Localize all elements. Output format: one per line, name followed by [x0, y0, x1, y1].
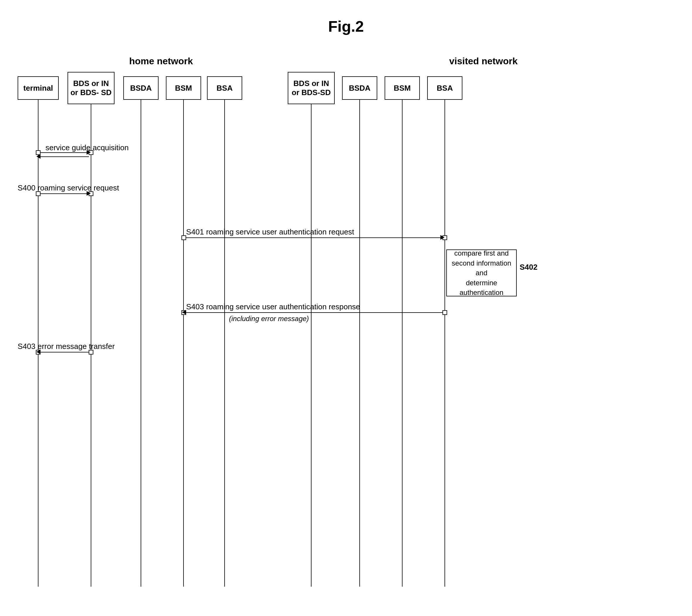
entity-bsa-visited: BSA: [427, 76, 462, 100]
page-title: Fig.2: [0, 0, 692, 41]
entity-bsa-home: BSA: [207, 76, 242, 100]
s400-arrow: [41, 193, 89, 194]
s401-label: S401 roaming service user authentication…: [186, 227, 354, 237]
svc-guide-arrow-right: [41, 152, 89, 153]
lifeline-bsm-visited: [402, 100, 403, 587]
s403-response-arrowhead: [182, 310, 186, 315]
s401-arrow: [186, 237, 443, 238]
visited-network-label: visited network: [449, 56, 518, 67]
lifeline-bsa-home: [224, 100, 225, 587]
entity-bsda-home: BSDA: [123, 76, 158, 100]
lifeline-bsda-visited: [359, 100, 360, 587]
entity-bsm-visited: BSM: [385, 76, 420, 100]
s403-transfer-label: S403 error message transfer: [18, 342, 115, 351]
svc-guide-arrowhead-left: [37, 154, 41, 159]
lifeline-bsm-home: [183, 100, 184, 587]
s402-process-box: compare first and second information and…: [446, 249, 517, 296]
svc-guide-label: service guide acquisition: [45, 143, 129, 152]
s403-transfer-arrow: [41, 352, 89, 352]
entity-bds-home: BDS or IN or BDS- SD: [67, 72, 114, 104]
home-network-label: home network: [129, 56, 193, 67]
s403-response-label: S403 roaming service user authentication…: [186, 302, 360, 311]
s403-response-arrow: [186, 312, 443, 313]
lifeline-bsa-visited: [445, 100, 445, 587]
entity-terminal: terminal: [18, 76, 59, 100]
svc-guide-arrow-left: [41, 156, 89, 157]
lifeline-bds-visited: [311, 104, 311, 587]
s403-error-msg-label: (including error message): [229, 315, 309, 323]
s401-arrowhead: [440, 235, 445, 240]
entity-bds-visited: BDS or IN or BDS-SD: [288, 72, 335, 104]
entity-bsm-home: BSM: [166, 76, 201, 100]
msg-square-s401-bsm: [181, 235, 186, 240]
s400-label: S400 roaming service request: [18, 183, 119, 193]
lifeline-bsda-home: [140, 100, 141, 587]
entity-bsda-visited: BSDA: [342, 76, 377, 100]
s402-label: S402: [520, 263, 538, 272]
msg-square-s403-resp-bsa: [442, 310, 447, 315]
